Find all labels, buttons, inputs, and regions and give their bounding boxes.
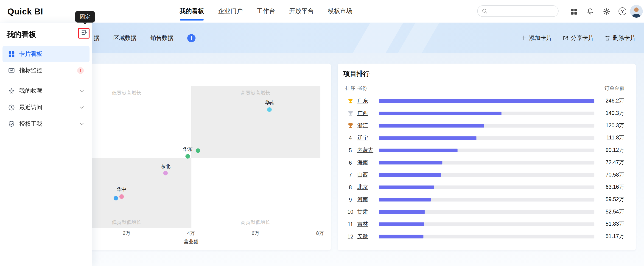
ranking-row: 12安徽51.17万 (343, 230, 624, 243)
bar-fill (379, 136, 477, 140)
dashboard-tab-1[interactable]: 区域数据 (114, 34, 136, 41)
bar-fill (379, 161, 442, 164)
sidebar-item-4[interactable]: 授权于我 (2, 116, 90, 132)
province-cell: 山西 (357, 171, 379, 178)
scatter-point-华东[interactable] (186, 154, 190, 159)
scatter-point-东北[interactable] (163, 171, 168, 175)
bar-track (379, 99, 594, 103)
quadrant-label-top-right: 高贡献高增长 (241, 90, 270, 97)
shield-icon (8, 121, 15, 127)
ranking-row: 9河南59.52万 (343, 193, 624, 206)
nav-item-2[interactable]: 工作台 (256, 0, 275, 22)
amount-cell: 140.3万 (594, 110, 624, 117)
sidebar-item-3[interactable]: 最近访问 (2, 99, 90, 116)
bar-fill (379, 210, 424, 214)
action-label: 分享卡片 (571, 34, 594, 41)
province-link[interactable]: 山西 (357, 172, 368, 178)
gear-icon[interactable] (602, 7, 612, 16)
dashboard-tab-0[interactable]: 据 (94, 34, 100, 41)
province-link[interactable]: 浙江 (357, 122, 368, 128)
action-trash[interactable]: 删除卡片 (604, 34, 636, 41)
quadrant-label-bottom-right: 高贡献低增长 (241, 219, 270, 226)
app-logo[interactable]: Quick BI (7, 0, 43, 22)
province-cell: 广西 (357, 110, 379, 117)
province-link[interactable]: 甘肃 (357, 209, 368, 215)
province-link[interactable]: 河南 (357, 196, 368, 202)
card-title: 项目排行 (343, 69, 624, 79)
sidebar-item-label: 指标监控 (19, 67, 42, 74)
pin-icon (81, 29, 87, 37)
ranking-rows: 广东246.2万广西140.3万浙江120.3万4辽宁111.8万5内蒙古90.… (343, 95, 624, 242)
bar-track (379, 148, 594, 152)
help-icon[interactable]: ? (618, 7, 626, 15)
bar-track (379, 222, 594, 226)
rank-number: 10 (343, 209, 357, 215)
amount-cell: 246.2万 (594, 97, 624, 105)
amount-cell: 90.12万 (594, 147, 624, 154)
pin-sidebar-button[interactable] (78, 28, 90, 39)
add-tab-button[interactable] (187, 34, 196, 42)
x-axis-title: 营业额 (184, 239, 198, 245)
nav-item-4[interactable]: 模板市场 (328, 0, 352, 22)
x-tick: 2万 (122, 230, 130, 237)
province-link[interactable]: 吉林 (357, 221, 368, 227)
tooltip-text: 固定 (80, 13, 90, 20)
sidebar-item-label: 我的收藏 (19, 87, 42, 95)
bar-fill (379, 235, 424, 238)
scatter-point-华中[interactable] (119, 194, 124, 199)
action-label: 删除卡片 (613, 34, 636, 41)
province-cell: 吉林 (357, 220, 379, 228)
ranking-row: 5内蒙古90.12万 (343, 144, 624, 156)
col-amount: 订单金额 (594, 85, 624, 92)
share-icon (563, 35, 568, 41)
trophy-silver-icon (343, 110, 357, 116)
province-link[interactable]: 辽宁 (357, 135, 368, 141)
province-link[interactable]: 安徽 (357, 233, 368, 239)
search-input[interactable] (490, 7, 554, 14)
tab-list: 据区域数据销售数据 (94, 22, 196, 53)
province-link[interactable]: 海南 (357, 159, 368, 165)
x-tick: 4万 (187, 230, 194, 237)
sidebar-item-0[interactable]: 卡片看板 (2, 46, 90, 62)
scatter-point-华中[interactable] (114, 196, 118, 201)
avatar[interactable] (630, 5, 642, 17)
topbar: Quick BI 我的看板企业门户工作台开放平台模板市场 ? (0, 0, 644, 22)
card-actions: 添加卡片分享卡片删除卡片 (521, 22, 636, 53)
search-box[interactable] (477, 5, 558, 17)
nav-item-3[interactable]: 开放平台 (289, 0, 314, 22)
apps-grid-icon[interactable] (569, 7, 579, 16)
province-link[interactable]: 内蒙古 (357, 147, 374, 153)
rank-number: 9 (343, 196, 357, 203)
scatter-point-华南[interactable] (267, 107, 272, 112)
point-label: 华东 (183, 146, 192, 153)
sidebar-item-2[interactable]: 我的收藏 (2, 83, 90, 99)
action-plus[interactable]: 添加卡片 (521, 34, 552, 41)
clock-icon (8, 104, 15, 111)
province-link[interactable]: 北京 (357, 184, 368, 190)
pin-tooltip: 固定 (75, 11, 95, 22)
bell-icon[interactable] (585, 7, 595, 16)
trophy-bronze-icon (343, 122, 357, 129)
sidebar-item-1[interactable]: 指标监控1 (2, 62, 90, 79)
rank-number: 6 (343, 159, 357, 166)
province-link[interactable]: 广西 (357, 110, 368, 116)
scatter-point-华东[interactable] (196, 148, 200, 153)
nav-item-0[interactable]: 我的看板 (180, 0, 204, 22)
ranking-row: 7山西70.58万 (343, 169, 624, 181)
action-share[interactable]: 分享卡片 (563, 34, 594, 41)
bar-fill (379, 222, 424, 226)
rank-number: 11 (343, 221, 357, 227)
ranking-row: 8北京63.16万 (343, 181, 624, 193)
nav-item-1[interactable]: 企业门户 (218, 0, 242, 22)
quadrant-label-top-left: 低贡献高增长 (112, 90, 142, 97)
monitor-icon (8, 67, 15, 74)
rank-number: 4 (343, 135, 357, 141)
dashboard-tab-2[interactable]: 销售数据 (150, 34, 173, 41)
ranking-row: 11吉林51.83万 (343, 218, 624, 230)
action-label: 添加卡片 (529, 34, 552, 41)
count-badge: 1 (77, 67, 84, 74)
bar-fill (379, 148, 458, 152)
rank-number: 7 (343, 172, 357, 178)
province-link[interactable]: 广东 (357, 98, 368, 104)
trash-icon (604, 35, 610, 41)
